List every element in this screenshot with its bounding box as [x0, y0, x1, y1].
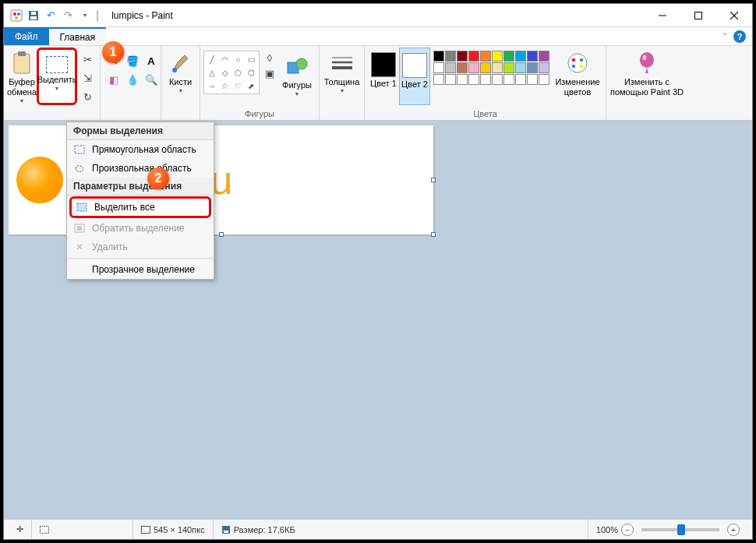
color-swatch[interactable]: [492, 51, 503, 62]
disk-icon: [221, 525, 231, 534]
chevron-down-icon: ▾: [20, 97, 23, 104]
color-palette: [430, 48, 553, 85]
color-swatch[interactable]: [503, 51, 514, 62]
color-swatch[interactable]: [457, 74, 468, 85]
qat-dropdown-icon[interactable]: ▾: [77, 8, 93, 23]
svg-point-3: [15, 16, 18, 19]
color-swatch[interactable]: [503, 74, 514, 85]
menu-item-rect-selection[interactable]: Прямоугольная область: [67, 140, 214, 159]
resize-handle-e[interactable]: [431, 178, 436, 182]
resize-handle-se[interactable]: [431, 232, 436, 237]
logo-icon: [16, 157, 63, 203]
color-swatch[interactable]: [457, 62, 468, 73]
color-swatch[interactable]: [503, 62, 514, 73]
svg-rect-8: [695, 12, 702, 19]
color-swatch[interactable]: [527, 62, 538, 73]
invert-icon: [73, 222, 86, 234]
fill-icon[interactable]: 🪣: [124, 52, 141, 69]
help-icon[interactable]: ?: [733, 30, 746, 43]
color-swatch[interactable]: [468, 51, 479, 62]
zoom-icon[interactable]: 🔍: [143, 71, 160, 88]
picker-icon[interactable]: 💧: [124, 71, 141, 88]
text-icon[interactable]: A: [143, 52, 160, 69]
group-shapes: ╱◠○▭ △◇⬠⬡ →☆♡⬈ ◊ ▣ Фигуры ▾ Фигуры: [200, 46, 320, 120]
color-swatch[interactable]: [492, 74, 503, 85]
zoom-text: 100%: [596, 525, 618, 534]
menu-item-transparent[interactable]: Прозрачное выделение: [67, 260, 214, 279]
eraser-icon[interactable]: ◧: [105, 71, 122, 88]
tab-file[interactable]: Файл: [4, 27, 49, 45]
close-button[interactable]: [716, 4, 752, 27]
svg-rect-26: [75, 146, 84, 153]
color-swatch[interactable]: [480, 74, 491, 85]
titlebar: ↶ ↷ ▾ | lumpics - Paint: [4, 4, 752, 27]
svg-rect-27: [77, 203, 87, 211]
color-swatch[interactable]: [445, 62, 456, 73]
zoom-controls: 100% − +: [588, 520, 747, 539]
resize-icon[interactable]: ⇲: [79, 69, 96, 86]
color-swatch[interactable]: [445, 51, 456, 62]
clipboard-button[interactable]: Буфер обмена ▾: [7, 48, 37, 105]
color-swatch[interactable]: [468, 62, 479, 73]
select-label: Выделить: [37, 75, 77, 85]
freeform-icon: [73, 162, 86, 175]
maximize-button[interactable]: [680, 4, 716, 27]
filesize-text: Размер: 17,6КБ: [234, 525, 295, 534]
undo-icon[interactable]: ↶: [43, 8, 58, 23]
zoom-slider[interactable]: [641, 528, 719, 531]
menu-item-label: Произвольная область: [92, 163, 192, 174]
color-swatch[interactable]: [468, 74, 479, 85]
tab-home[interactable]: Главная: [49, 27, 107, 45]
svg-point-24: [640, 52, 654, 68]
paint3d-button[interactable]: Изменить с помощью Paint 3D: [609, 48, 684, 105]
crop-icon[interactable]: ✂: [79, 51, 96, 68]
brushes-button[interactable]: Кисти ▾: [164, 48, 196, 105]
color-swatch[interactable]: [433, 62, 444, 73]
color-swatch[interactable]: [492, 62, 503, 73]
svg-rect-12: [18, 51, 26, 56]
shapes-gallery[interactable]: ╱◠○▭ △◇⬠⬡ →☆♡⬈: [203, 51, 260, 94]
color-swatch[interactable]: [539, 62, 549, 73]
edit-colors-label: Изменение цветов: [553, 77, 602, 97]
group-label: Цвета: [368, 109, 602, 120]
color-swatch[interactable]: [539, 51, 549, 62]
menu-item-free-selection[interactable]: Произвольная область: [67, 159, 214, 178]
color-swatch[interactable]: [527, 74, 538, 85]
minimize-button[interactable]: [645, 4, 680, 27]
zoom-thumb[interactable]: [677, 524, 685, 535]
color-swatch[interactable]: [433, 51, 444, 62]
shapes-button[interactable]: Фигуры ▾: [278, 51, 316, 108]
menu-item-select-all[interactable]: Выделить все: [69, 196, 211, 218]
svg-point-19: [568, 54, 587, 72]
color-swatch[interactable]: [433, 74, 444, 85]
color-swatch[interactable]: [515, 62, 526, 73]
ribbon-collapse-icon[interactable]: ˄: [722, 32, 727, 42]
rotate-icon[interactable]: ↻: [79, 88, 96, 105]
redo-icon[interactable]: ↷: [60, 8, 76, 23]
color-swatch[interactable]: [480, 62, 491, 73]
shapes-label: Фигуры: [282, 80, 312, 90]
color-swatch[interactable]: [515, 74, 526, 85]
color1-button[interactable]: Цвет 1: [368, 48, 399, 105]
thickness-button[interactable]: Толщина ▾: [323, 48, 361, 105]
color-swatch[interactable]: [445, 74, 456, 85]
color-swatch[interactable]: [457, 51, 468, 62]
select-button[interactable]: Выделить ▾: [37, 48, 77, 105]
resize-handle-s[interactable]: [219, 232, 224, 237]
window-title: lumpics - Paint: [111, 10, 173, 21]
group-label: [609, 109, 684, 120]
color-swatch[interactable]: [527, 51, 538, 62]
shape-fill-icon[interactable]: ▣: [261, 66, 278, 80]
group-label: [323, 109, 361, 120]
zoom-out-button[interactable]: −: [621, 524, 634, 536]
edit-colors-button[interactable]: Изменение цветов: [553, 48, 602, 105]
file-size: Размер: 17,6КБ: [213, 520, 303, 539]
color-swatch[interactable]: [480, 51, 491, 62]
save-icon[interactable]: [26, 8, 41, 23]
color2-button[interactable]: Цвет 2: [399, 48, 430, 105]
zoom-in-button[interactable]: +: [727, 524, 740, 536]
selection-icon: [40, 526, 49, 534]
color-swatch[interactable]: [515, 51, 526, 62]
color-swatch[interactable]: [539, 74, 549, 85]
shape-outline-icon[interactable]: ◊: [261, 51, 278, 65]
